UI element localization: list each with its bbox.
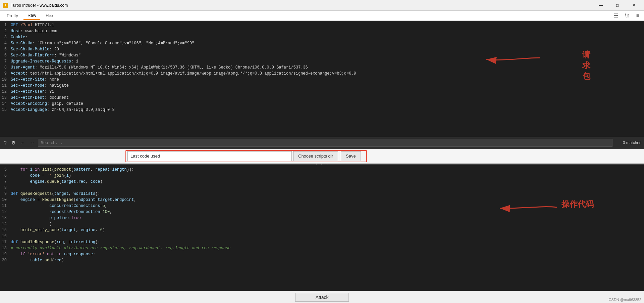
request-line-2: 2 Host: www.baidu.com [0, 28, 644, 34]
app-icon: T [3, 3, 8, 8]
script-code-area[interactable]: 5 for i in list(product(pattern, repeat=… [0, 165, 644, 291]
request-line-5: 5 Sec-Ch-Ua-Mobile: ?0 [0, 46, 644, 52]
choose-scripts-dir-button[interactable]: Choose scripts dir [293, 151, 338, 161]
request-arrow-svg [483, 51, 543, 64]
script-line-15: 15 brute_veify_code(target, engine, 6) [0, 227, 644, 233]
attack-button[interactable]: Attack [295, 293, 349, 302]
title-bar-left: T Turbo Intruder - www.baidu.com [3, 3, 68, 8]
script-line-18: 18 # currently available attributes are … [0, 245, 644, 251]
window-title: Turbo Intruder - www.baidu.com [11, 3, 68, 8]
request-line-9: 9 Accept: text/html,application/xhtml+xm… [0, 71, 644, 77]
title-bar: T Turbo Intruder - www.baidu.com — □ ✕ [0, 0, 644, 11]
matches-count: 0 matches [614, 140, 641, 145]
script-line-16: 16 [0, 233, 644, 239]
script-bar: Last code used Custom script Choose scri… [0, 149, 644, 164]
script-controls: Last code used Custom script Choose scri… [127, 151, 361, 161]
tabs-bar: Pretty Raw Hex ☰ \n ≡ [0, 11, 644, 21]
script-dropdown-wrapper: Last code used Custom script [127, 151, 292, 161]
code-annotation: 操作代码 [493, 199, 560, 216]
minimize-button[interactable]: — [593, 0, 608, 11]
text-view-icon[interactable]: ☰ [611, 12, 620, 19]
tab-hex[interactable]: Hex [42, 12, 57, 19]
request-line-11: 11 Sec-Fetch-Mode: navigate [0, 83, 644, 89]
newline-icon[interactable]: \n [623, 12, 631, 19]
script-line-8: 8 [0, 185, 644, 191]
main-area: 1 GET /?a=1 HTTP/1.1 2 Host: www.baidu.c… [0, 21, 644, 291]
script-line-19: 19 if 'error' not in req.response: [0, 251, 644, 257]
request-line-14: 14 Accept-Encoding: gzip, deflate [0, 101, 644, 107]
script-line-6: 6 code = ''.join(i) [0, 173, 644, 179]
forward-button[interactable]: → [29, 139, 36, 146]
maximize-button[interactable]: □ [610, 0, 625, 11]
script-dropdown[interactable]: Last code used Custom script [127, 151, 292, 161]
request-line-3: 3 Cookie: [0, 34, 644, 40]
script-line-7: 7 engine.queue(target.req, code) [0, 179, 644, 185]
watermark: CSDN @ma963852 [609, 298, 641, 302]
header-icons: ☰ \n ≡ [611, 12, 641, 19]
request-line-7: 7 Upgrade-Insecure-Requests: 1 [0, 58, 644, 64]
request-line-15: 15 Accept-Language: zh-CN,zh-TW;q=0.9,zh… [0, 107, 644, 113]
script-line-13: 13 pipeline=True [0, 215, 644, 221]
request-line-6: 6 Sec-Ch-Ua-Platform: "Windows" [0, 52, 644, 58]
script-line-9: 9 def queueRequests(target, wordlists): [0, 191, 644, 197]
attack-bar: Attack [0, 291, 644, 303]
code-arrow-svg [493, 199, 560, 216]
search-input[interactable] [38, 139, 612, 147]
request-panel: 1 GET /?a=1 HTTP/1.1 2 Host: www.baidu.c… [0, 21, 644, 137]
search-bar: ? ⚙ ← → 0 matches [0, 137, 644, 149]
request-line-10: 10 Sec-Fetch-Site: none [0, 77, 644, 83]
request-code-area[interactable]: 1 GET /?a=1 HTTP/1.1 2 Host: www.baidu.c… [0, 21, 644, 137]
request-line-4: 4 Sec-Ch-Ua: "Chromium";v="106", "Google… [0, 40, 644, 46]
script-line-17: 17 def handleResponse(req, interesting): [0, 239, 644, 245]
script-line-14: 14 ) [0, 221, 644, 227]
settings-button[interactable]: ⚙ [10, 139, 17, 146]
script-line-20: 20 table.add(req) [0, 257, 644, 263]
request-annotation-text: 请求包 [582, 49, 590, 82]
request-line-8: 8 User-Agent: Mozilla/5.0 (Windows NT 10… [0, 64, 644, 71]
save-button[interactable]: Save [341, 151, 361, 161]
request-line-1: 1 GET /?a=1 HTTP/1.1 [0, 22, 644, 28]
script-panel: 5 for i in list(product(pattern, repeat=… [0, 165, 644, 291]
tab-pretty[interactable]: Pretty [3, 12, 22, 19]
request-line-13: 13 Sec-Fetch-Dest: document [0, 95, 644, 101]
help-button[interactable]: ? [3, 139, 8, 146]
request-line-12: 12 Sec-Fetch-User: ?1 [0, 89, 644, 95]
tab-raw[interactable]: Raw [23, 11, 40, 20]
menu-icon[interactable]: ≡ [634, 12, 641, 19]
title-bar-controls: — □ ✕ [593, 0, 641, 11]
close-button[interactable]: ✕ [626, 0, 641, 11]
back-button[interactable]: ← [19, 139, 26, 146]
script-line-5: 5 for i in list(product(pattern, repeat=… [0, 167, 644, 173]
code-annotation-text: 操作代码 [561, 199, 594, 210]
